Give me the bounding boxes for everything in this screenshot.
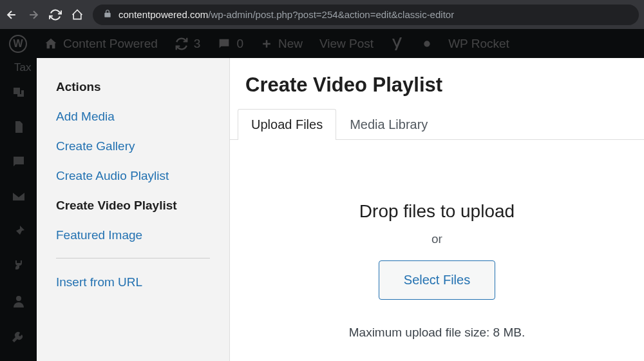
media-modal: Actions Add Media Create Gallery Create … bbox=[37, 58, 644, 361]
actions-heading: Actions bbox=[56, 80, 210, 94]
status-dot-icon bbox=[422, 39, 431, 48]
svg-point-1 bbox=[16, 296, 21, 301]
tools-icon[interactable] bbox=[10, 327, 27, 344]
home-button[interactable] bbox=[71, 8, 84, 21]
media-main: Create Video Playlist Upload Files Media… bbox=[230, 58, 644, 361]
yoast-icon[interactable] bbox=[390, 36, 406, 52]
plugins-icon[interactable] bbox=[10, 258, 27, 275]
upload-dropzone[interactable]: Drop files to upload or Select Files Max… bbox=[230, 140, 644, 340]
wp-admin-menu bbox=[0, 58, 37, 361]
max-upload-size: Maximum upload file size: 8 MB. bbox=[230, 326, 644, 340]
wp-rocket-link[interactable]: WP Rocket bbox=[448, 37, 509, 51]
users-icon[interactable] bbox=[10, 293, 27, 309]
url-text: contentpowered.com/wp-admin/post.php?pos… bbox=[118, 9, 454, 20]
wordpress-logo-icon[interactable]: W bbox=[9, 35, 27, 53]
drop-text: Drop files to upload bbox=[230, 201, 644, 222]
media-sidebar: Actions Add Media Create Gallery Create … bbox=[37, 58, 230, 361]
select-files-button[interactable]: Select Files bbox=[379, 260, 495, 300]
action-create-audio-playlist[interactable]: Create Audio Playlist bbox=[56, 169, 210, 183]
action-create-gallery[interactable]: Create Gallery bbox=[56, 139, 210, 153]
pages-icon[interactable] bbox=[10, 119, 27, 135]
comments-icon[interactable] bbox=[10, 153, 27, 170]
sidebar-divider bbox=[56, 258, 210, 259]
forward-button[interactable] bbox=[27, 8, 40, 21]
wp-admin-bar: W Content Powered 3 0 New View Post WP R… bbox=[0, 29, 644, 58]
svg-point-0 bbox=[424, 41, 430, 46]
reload-button[interactable] bbox=[49, 8, 62, 21]
or-text: or bbox=[230, 232, 644, 246]
action-featured-image[interactable]: Featured Image bbox=[56, 228, 210, 242]
media-tabs: Upload Files Media Library bbox=[230, 108, 644, 140]
media-icon[interactable] bbox=[10, 84, 27, 101]
back-button[interactable] bbox=[5, 8, 18, 21]
modal-title: Create Video Playlist bbox=[230, 73, 644, 108]
mail-icon[interactable] bbox=[10, 188, 27, 205]
site-link[interactable]: Content Powered bbox=[44, 37, 158, 51]
lock-icon bbox=[103, 9, 112, 20]
pin-icon[interactable] bbox=[10, 223, 27, 240]
action-create-video-playlist[interactable]: Create Video Playlist bbox=[56, 199, 210, 213]
action-add-media[interactable]: Add Media bbox=[56, 110, 210, 124]
browser-toolbar: contentpowered.com/wp-admin/post.php?pos… bbox=[0, 0, 644, 29]
address-bar[interactable]: contentpowered.com/wp-admin/post.php?pos… bbox=[93, 5, 639, 25]
updates-link[interactable]: 3 bbox=[175, 37, 201, 51]
tab-upload-files[interactable]: Upload Files bbox=[238, 109, 336, 140]
comments-link[interactable]: 0 bbox=[217, 37, 243, 51]
action-insert-from-url[interactable]: Insert from URL bbox=[56, 275, 210, 289]
tab-media-library[interactable]: Media Library bbox=[336, 109, 441, 140]
view-post-link[interactable]: View Post bbox=[319, 37, 374, 51]
new-link[interactable]: New bbox=[260, 37, 303, 51]
